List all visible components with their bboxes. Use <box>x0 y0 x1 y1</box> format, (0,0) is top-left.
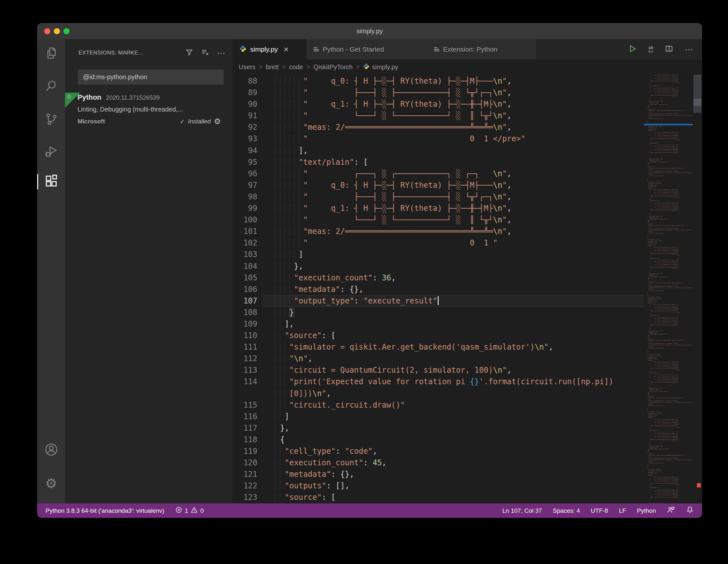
extensions-search-box[interactable] <box>78 70 224 85</box>
line-number[interactable]: 89 <box>232 87 263 98</box>
line-number[interactable] <box>232 388 263 399</box>
editor-scrollbar[interactable] <box>693 74 702 503</box>
line-number[interactable]: 96 <box>232 168 263 179</box>
code-line[interactable]: 104 }, <box>232 261 644 272</box>
line-number[interactable]: 98 <box>232 191 263 203</box>
filter-icon[interactable] <box>186 48 193 57</box>
tab-simply-py[interactable]: simply.py ✕ <box>232 39 307 60</box>
line-number[interactable]: 111 <box>232 341 263 353</box>
code-line[interactable]: 97 " q_0: ┤ H ├─░─┤ RY(theta) ├─░─┤M├───… <box>232 179 644 191</box>
code-line[interactable]: 91 " └───┘ ░ └───────────┘ ░ ║ └╥┘\n", <box>232 110 644 121</box>
line-number[interactable]: 93 <box>232 133 263 145</box>
code-line[interactable]: 109 ], <box>232 318 644 330</box>
tab-python-get-started[interactable]: Python - Get Started <box>307 39 427 60</box>
code-line[interactable]: 101 "meas: 2/═══════════════════════════… <box>232 226 644 237</box>
code-line[interactable]: 103 ] <box>232 249 644 260</box>
code-line[interactable]: 95 "text/plain": [ <box>232 156 644 168</box>
line-number[interactable]: 123 <box>232 492 263 503</box>
code-line[interactable]: 113 "circuit = QuantumCircuit(2, simulat… <box>232 364 644 376</box>
extension-list-item[interactable]: ☆ Python 2020.11.371526539 Linting, Debu… <box>65 93 232 132</box>
code-line[interactable]: 115 "circuit._circuit.draw()" <box>232 399 644 411</box>
breadcrumb-item[interactable]: code <box>289 63 303 71</box>
code-line[interactable]: 118 { <box>232 434 644 445</box>
code-line[interactable]: 98 " ├───┤ ░ ├───────────┤ ░ └╥┘┌─┐\n", <box>232 191 644 203</box>
sidebar-item-source-control[interactable] <box>37 112 65 128</box>
line-number[interactable]: 107 <box>232 295 263 307</box>
line-number[interactable]: 95 <box>232 156 263 168</box>
line-number[interactable]: 115 <box>232 399 263 411</box>
code-line[interactable]: 123 "source": [ <box>232 492 644 503</box>
problems-status[interactable]: 1 0 <box>175 506 204 515</box>
code-line[interactable]: 90 " q_1: ┤ H ├─░─┤ RY(theta) ├─░──╫─┤M├… <box>232 98 644 110</box>
code-line[interactable]: 89 " ├───┤ ░ ├───────────┤ ░ └╥┘┌─┐\n", <box>232 87 644 98</box>
title-bar[interactable]: simply.py <box>37 23 702 39</box>
feedback-icon[interactable] <box>667 506 675 515</box>
code-line[interactable]: 102 " 0 1 " <box>232 237 644 249</box>
notifications-bell-icon[interactable] <box>686 506 694 515</box>
sidebar-item-run-debug[interactable] <box>37 145 65 160</box>
code-line[interactable]: 108 } <box>232 307 644 318</box>
line-number[interactable]: 104 <box>232 261 263 272</box>
line-number[interactable]: 117 <box>232 422 263 434</box>
line-number[interactable]: 92 <box>232 121 263 133</box>
line-number[interactable]: 103 <box>232 249 263 260</box>
tab-extension-python[interactable]: Extension: Python <box>427 39 536 60</box>
code-line[interactable]: 100 " └───┘ ░ └───────────┘ ░ ║ └╥┘\n", <box>232 214 644 226</box>
close-window-button[interactable] <box>44 28 50 34</box>
code-line[interactable]: 92 "meas: 2/═══════════════════════════╩… <box>232 121 644 133</box>
account-button[interactable] <box>37 443 65 458</box>
line-number[interactable]: 119 <box>232 445 263 457</box>
code-line[interactable]: 121 "metadata": {}, <box>232 469 644 480</box>
code-line[interactable]: 110 "source": [ <box>232 330 644 341</box>
code-line[interactable]: 120 "execution_count": 45, <box>232 457 644 469</box>
breadcrumb-item[interactable]: QiskitPyTorch <box>313 63 352 71</box>
line-number[interactable]: 122 <box>232 480 263 492</box>
code-line[interactable]: 96 " ┌───┐ ░ ┌───────────┐ ░ ┌─┐ \n", <box>232 168 644 179</box>
line-number[interactable]: 116 <box>232 411 263 422</box>
sidebar-item-search[interactable] <box>37 79 65 94</box>
line-number[interactable]: 120 <box>232 457 263 469</box>
more-actions-icon[interactable]: ··· <box>217 51 225 54</box>
breadcrumb-file[interactable]: simply.py <box>363 63 398 71</box>
line-number[interactable]: 94 <box>232 145 263 156</box>
line-number[interactable]: 97 <box>232 179 263 191</box>
code-line[interactable]: 112 "\n", <box>232 353 644 364</box>
code-line[interactable]: 99 " q_1: ┤ H ├─░─┤ RY(theta) ├─░──╫─┤M├… <box>232 203 644 214</box>
sidebar-item-explorer[interactable] <box>37 46 65 62</box>
close-tab-icon[interactable]: ✕ <box>284 46 289 53</box>
settings-button[interactable]: ⚙ <box>37 476 65 491</box>
python-interpreter-status[interactable]: Python 3.8.3 64-bit ('anaconda3': virtua… <box>45 507 164 514</box>
encoding-status[interactable]: UTF-8 <box>591 507 608 514</box>
word-wrap-icon[interactable]: abc↵ <box>648 46 653 53</box>
more-actions-icon[interactable]: ··· <box>685 48 693 51</box>
breadcrumb-item[interactable]: Users <box>239 63 255 71</box>
code-line[interactable]: 107 "output_type": "execute_result" <box>232 295 644 307</box>
line-number[interactable]: 113 <box>232 364 263 376</box>
code-line[interactable]: 88 " q_0: ┤ H ├─░─┤ RY(theta) ├─░─┤M├───… <box>232 75 644 87</box>
code-line[interactable]: 93 " 0 1 </pre>" <box>232 133 644 145</box>
code-line[interactable]: 94 ], <box>232 145 644 156</box>
clear-search-results-icon[interactable] <box>201 48 209 57</box>
minimize-window-button[interactable] <box>54 28 60 34</box>
line-number[interactable]: 112 <box>232 353 263 364</box>
cursor-position-status[interactable]: Ln 107, Col 37 <box>502 507 542 514</box>
scrollbar-slider[interactable] <box>693 75 701 113</box>
split-editor-icon[interactable] <box>665 45 673 54</box>
code-line[interactable]: 122 "outputs": [], <box>232 480 644 492</box>
line-number[interactable]: 106 <box>232 284 263 295</box>
line-number[interactable]: 91 <box>232 110 263 121</box>
extensions-search-input[interactable] <box>78 73 224 81</box>
code-line[interactable]: 111 "simulator = qiskit.Aer.get_backend(… <box>232 341 644 353</box>
extension-gear-icon[interactable]: ⚙ <box>214 117 221 126</box>
language-mode-status[interactable]: Python <box>637 507 656 514</box>
line-number[interactable]: 121 <box>232 469 263 480</box>
line-number[interactable]: 105 <box>232 272 263 284</box>
line-number[interactable]: 102 <box>232 237 263 249</box>
code-line[interactable]: 117 }, <box>232 422 644 434</box>
code-line[interactable]: 114 "print('Expected value for rotation … <box>232 376 644 387</box>
line-number[interactable]: 108 <box>232 307 263 318</box>
code-line[interactable]: [0]))\n", <box>232 388 644 399</box>
line-number[interactable]: 88 <box>232 75 263 87</box>
line-number[interactable]: 110 <box>232 330 263 341</box>
zoom-window-button[interactable] <box>63 28 70 34</box>
